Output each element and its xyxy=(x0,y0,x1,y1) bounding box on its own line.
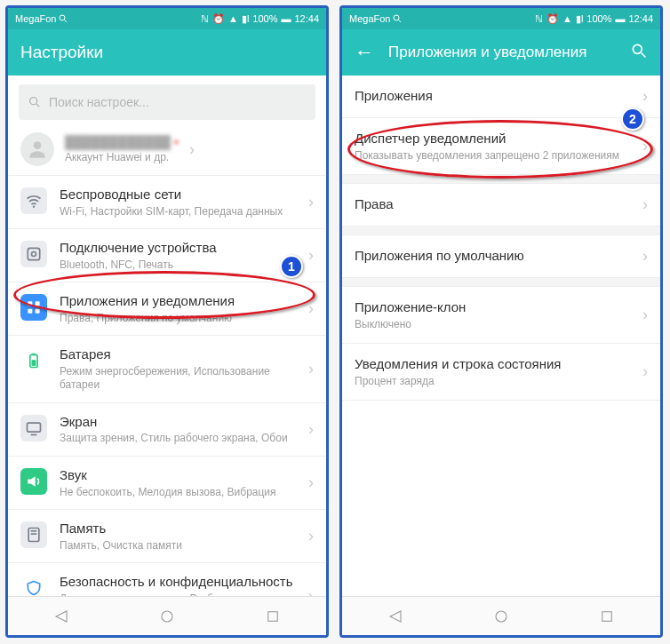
alarm-icon: ⏰ xyxy=(212,13,225,25)
app-bar: Настройки xyxy=(8,29,326,76)
battery-icon: ▬ xyxy=(281,13,291,24)
chevron-right-icon: › xyxy=(308,246,314,265)
nav-home-button[interactable] xyxy=(157,607,177,626)
svg-line-23 xyxy=(399,20,402,23)
battery-label: 100% xyxy=(586,13,611,24)
list-item[interactable]: Приложение-клон Выключено › xyxy=(342,287,660,344)
item-subtitle: Защита зрения, Стиль рабочего экрана, Об… xyxy=(60,432,296,446)
item-title: Диспетчер уведомлений xyxy=(355,130,630,147)
signal-icon: ▮l xyxy=(576,13,583,25)
apps-list: Приложения › Диспетчер уведомлений Показ… xyxy=(342,76,660,596)
chevron-right-icon: › xyxy=(642,362,648,381)
back-button[interactable]: ← xyxy=(355,41,374,64)
wifi-icon: ▲ xyxy=(562,13,572,24)
account-row[interactable]: ████████████• Аккаунт Huawei и др. › xyxy=(8,123,326,176)
svg-rect-11 xyxy=(36,309,40,314)
svg-point-0 xyxy=(60,15,65,20)
settings-item[interactable]: Экран Защита зрения, Стиль рабочего экра… xyxy=(8,403,326,457)
svg-point-20 xyxy=(162,611,172,622)
item-title: Звук xyxy=(60,466,296,484)
carrier-label: MegaFon xyxy=(15,13,56,24)
item-title: Приложение-клон xyxy=(355,298,630,316)
wifi-icon xyxy=(20,187,47,214)
chevron-right-icon: › xyxy=(642,137,648,155)
status-bar: MegaFon ℕ ⏰ ▲ ▮l 100% ▬ 12:44 xyxy=(8,8,326,29)
sound-icon xyxy=(20,468,47,495)
settings-item[interactable]: Беспроводные сети Wi-Fi, Настройки SIM-к… xyxy=(8,176,326,229)
svg-point-2 xyxy=(30,98,37,105)
settings-item[interactable]: Батарея Режим энергосбережения, Использо… xyxy=(8,336,326,403)
search-icon xyxy=(58,13,68,24)
item-title: Батарея xyxy=(60,346,296,363)
svg-rect-9 xyxy=(36,302,40,306)
time-label: 12:44 xyxy=(294,13,319,24)
storage-icon xyxy=(20,521,47,548)
carrier-label: MegaFon xyxy=(349,13,390,24)
item-subtitle: Bluetooth, NFC, Печать xyxy=(60,258,296,273)
settings-item[interactable]: Безопасность и конфиденциальность Датчик… xyxy=(8,563,326,596)
item-title: Безопасность и конфиденциальность xyxy=(60,573,296,591)
page-title: Приложения и уведомления xyxy=(388,44,616,61)
svg-line-1 xyxy=(65,20,68,23)
nav-back-button[interactable] xyxy=(52,607,71,626)
svg-rect-10 xyxy=(28,309,32,314)
list-item[interactable]: Права › xyxy=(342,184,660,227)
wifi-icon: ▲ xyxy=(228,13,238,24)
item-title: Память xyxy=(60,520,296,537)
chevron-right-icon: › xyxy=(189,140,195,159)
list-item[interactable]: Приложения › xyxy=(342,76,660,118)
chevron-right-icon: › xyxy=(308,420,314,439)
nav-recent-button[interactable] xyxy=(263,607,283,626)
item-subtitle: Выключено xyxy=(355,318,630,332)
svg-point-26 xyxy=(496,611,506,622)
item-title: Уведомления и строка состояния xyxy=(355,355,630,373)
app-bar: ← Приложения и уведомления xyxy=(342,29,660,76)
svg-rect-21 xyxy=(268,611,278,621)
svg-rect-6 xyxy=(28,248,39,259)
svg-point-5 xyxy=(33,206,35,208)
item-title: Экран xyxy=(60,413,296,431)
item-title: Права xyxy=(355,195,630,213)
chevron-right-icon: › xyxy=(308,193,314,211)
search-icon xyxy=(392,13,403,24)
alarm-icon: ⏰ xyxy=(546,13,559,25)
settings-item[interactable]: Память Память, Очистка памяти › xyxy=(8,510,326,563)
nav-bar xyxy=(8,596,326,635)
phone-left: MegaFon ℕ ⏰ ▲ ▮l 100% ▬ 12:44 Настройки … xyxy=(5,5,329,638)
display-icon xyxy=(20,415,47,441)
settings-item[interactable]: Звук Не беспокоить, Мелодия вызова, Вибр… xyxy=(8,457,326,510)
search-button[interactable] xyxy=(630,42,648,64)
time-label: 12:44 xyxy=(628,13,653,24)
list-item[interactable]: Уведомления и строка состояния Процент з… xyxy=(342,344,660,401)
svg-rect-14 xyxy=(32,360,36,366)
chevron-right-icon: › xyxy=(308,527,314,545)
svg-point-22 xyxy=(394,15,399,20)
settings-item[interactable]: Подключение устройства Bluetooth, NFC, П… xyxy=(8,229,326,282)
settings-item[interactable]: Приложения и уведомления Права, Приложен… xyxy=(8,282,326,336)
svg-point-4 xyxy=(34,141,42,149)
section-divider xyxy=(342,227,660,235)
nav-recent-button[interactable] xyxy=(597,607,617,626)
nfc-icon: ℕ xyxy=(201,13,209,25)
account-sub: Аккаунт Huawei и др. xyxy=(65,151,179,163)
svg-rect-8 xyxy=(28,302,32,306)
search-placeholder: Поиск настроек... xyxy=(49,95,149,109)
phone-right: MegaFon ℕ ⏰ ▲ ▮l 100% ▬ 12:44 ← Приложен… xyxy=(339,5,663,638)
section-divider xyxy=(342,175,660,184)
search-input[interactable]: Поиск настроек... xyxy=(19,84,315,120)
annotation-badge-1: 1 xyxy=(280,255,303,278)
battery-icon xyxy=(20,347,47,374)
page-title: Настройки xyxy=(20,43,314,62)
nav-back-button[interactable] xyxy=(386,607,405,626)
nav-home-button[interactable] xyxy=(491,607,511,626)
shield-icon xyxy=(20,575,47,596)
item-subtitle: Wi-Fi, Настройки SIM-карт, Передача данн… xyxy=(60,205,296,219)
item-title: Приложения xyxy=(355,87,630,105)
list-item[interactable]: Приложения по умолчанию › xyxy=(342,235,660,278)
chevron-right-icon: › xyxy=(642,247,648,266)
settings-list: Беспроводные сети Wi-Fi, Настройки SIM-к… xyxy=(8,176,326,596)
item-title: Беспроводные сети xyxy=(60,186,296,203)
list-item[interactable]: Диспетчер уведомлений Показывать уведомл… xyxy=(342,118,660,175)
chevron-right-icon: › xyxy=(308,360,314,378)
annotation-badge-2: 2 xyxy=(621,107,644,131)
